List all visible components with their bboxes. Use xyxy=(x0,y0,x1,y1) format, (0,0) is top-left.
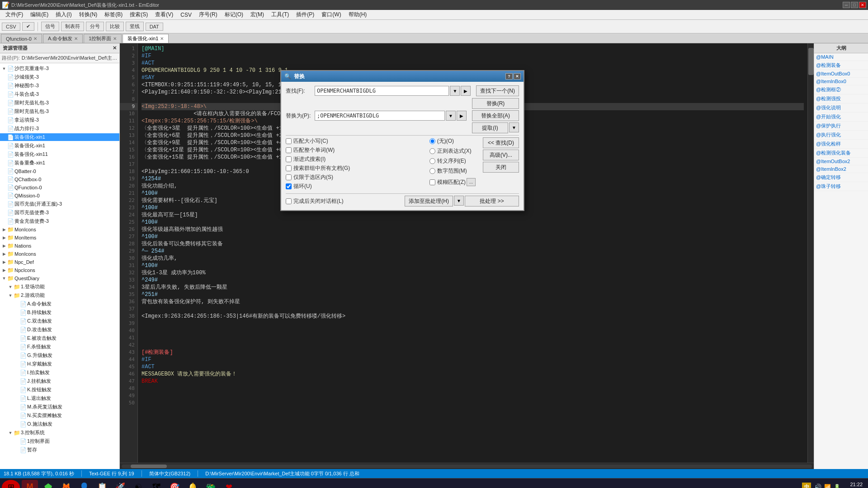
tree-expand-icon[interactable] xyxy=(14,301,20,307)
tab-qfunction-close[interactable]: ✕ xyxy=(33,36,37,41)
tab-acommand[interactable]: A.命令触发 ✕ xyxy=(43,34,83,43)
tree-expand-icon[interactable] xyxy=(1,134,7,141)
dialog-find-arrow2[interactable]: ▶ xyxy=(461,86,471,96)
taskbar-app-person[interactable]: 👤 xyxy=(76,480,92,488)
tree-item[interactable]: ▼📁3.控制系统 xyxy=(0,428,119,437)
tree-item[interactable]: 📄装备强化-xin1 xyxy=(0,141,119,150)
tree-expand-icon[interactable] xyxy=(14,352,20,359)
tree-item[interactable]: 📄M.杀死复活触发 xyxy=(0,403,119,411)
tree-expand-icon[interactable] xyxy=(14,378,20,385)
tree-item[interactable]: 📄G.升级触发 xyxy=(0,351,119,360)
tree-expand-icon[interactable] xyxy=(14,438,20,445)
tree-expand-icon[interactable] xyxy=(1,83,7,89)
right-sidebar-item[interactable]: @检测装备 xyxy=(814,61,868,70)
taskbar-network-icon[interactable]: 📶 xyxy=(824,484,831,488)
taskbar-app-target[interactable]: 🎯 xyxy=(166,480,183,488)
tree-item[interactable]: 📄H.穿戴触发 xyxy=(0,360,119,368)
toolbar-csv[interactable]: CSV xyxy=(2,23,20,31)
tree-expand-icon[interactable] xyxy=(1,168,7,174)
tree-expand-icon[interactable]: ▶ xyxy=(1,235,7,241)
taskbar-start-button[interactable]: ⊞ xyxy=(2,480,20,488)
right-sidebar-item[interactable]: @强化说明 xyxy=(814,103,868,113)
tree-expand-icon[interactable] xyxy=(1,74,7,80)
tree-item[interactable]: ▶📁Nations xyxy=(0,242,119,250)
tree-item[interactable]: 📄QFunction-0 xyxy=(0,183,119,192)
dialog-replace-all-button[interactable]: 替换全部(A) xyxy=(472,110,519,121)
checkbox-case-input[interactable] xyxy=(286,138,292,144)
tree-item[interactable]: 📄QBatter-0 xyxy=(0,167,119,175)
tree-expand-icon[interactable] xyxy=(14,447,20,453)
tree-expand-icon[interactable]: ▶ xyxy=(1,251,7,257)
hscroll-thumb[interactable] xyxy=(131,465,167,468)
tree-item[interactable]: ▶📁Npc_Def xyxy=(0,258,119,266)
tree-item[interactable]: 📄国币充值(开通王服)-3 xyxy=(0,200,119,208)
toolbar-vline[interactable]: 竖线 xyxy=(126,22,144,31)
dialog-replace-arrow[interactable]: ▼ xyxy=(446,111,456,121)
right-sidebar-item[interactable]: @ItemOutBox2 xyxy=(814,158,868,165)
menu-mark[interactable]: 标记(O) xyxy=(221,10,247,19)
tree-item[interactable]: 📄沙城领奖-3 xyxy=(0,73,119,81)
dialog-replace-arrow2[interactable]: ▶ xyxy=(457,111,467,121)
tree-expand-icon[interactable] xyxy=(1,218,7,225)
replace-dialog[interactable]: 🔍 替换 ? ✕ 查找(F): ▼ ▶ 查找下一个(N) xyxy=(280,70,524,211)
tree-item[interactable]: 📄QMission-0 xyxy=(0,192,119,200)
tree-expand-icon[interactable]: ▼ xyxy=(1,275,7,282)
taskbar-app-green[interactable]: ⬟ xyxy=(40,480,56,488)
tree-expand-icon[interactable] xyxy=(14,387,20,393)
tree-expand-icon[interactable] xyxy=(14,344,20,350)
tree-item[interactable]: 📄J.挂机触发 xyxy=(0,377,119,385)
tree-expand-icon[interactable]: ▶ xyxy=(1,259,7,265)
tree-expand-icon[interactable] xyxy=(14,404,20,410)
tree-item[interactable]: 📄1控制界面 xyxy=(0,437,119,446)
tree-expand-icon[interactable] xyxy=(1,91,7,98)
menu-window[interactable]: 窗口(W) xyxy=(318,10,344,19)
checkbox-group-input[interactable] xyxy=(286,165,292,171)
menu-tools[interactable]: 工具(T) xyxy=(268,10,292,19)
taskbar-app-bell[interactable]: 🔔 xyxy=(184,480,201,488)
tree-expand-icon[interactable] xyxy=(14,421,20,427)
tab-control-close[interactable]: ✕ xyxy=(113,36,117,41)
right-sidebar-item[interactable]: @MAIN xyxy=(814,53,868,61)
tree-expand-icon[interactable] xyxy=(1,126,7,132)
tree-item[interactable]: ▼📁1.登场功能 xyxy=(0,282,119,291)
dialog-help-button[interactable]: ? xyxy=(505,73,513,80)
tree-expand-icon[interactable] xyxy=(1,117,7,123)
right-sidebar-item[interactable]: @强化检样 xyxy=(814,140,868,149)
tree-item[interactable]: 📄限时充值礼包-3 xyxy=(0,99,119,107)
tree-item[interactable]: 📄D.攻击触发 xyxy=(0,325,119,334)
tree-expand-icon[interactable]: ▼ xyxy=(7,430,14,436)
tree-item[interactable]: ▶📁MonIcons xyxy=(0,225,119,234)
taskbar-app-yin[interactable]: ☯ xyxy=(130,480,146,488)
right-sidebar-item[interactable]: @珠子转移 xyxy=(814,182,868,191)
dialog-process-arrow[interactable]: ▼ xyxy=(454,196,464,206)
tree-item[interactable]: 📄黄金充值使费-3 xyxy=(0,217,119,225)
taskbar-volume-icon[interactable]: 🔊 xyxy=(814,483,821,488)
ime-chinese-icon[interactable]: 中 xyxy=(802,483,811,488)
taskbar-app-rocket[interactable]: 🚀 xyxy=(112,480,128,488)
tab-equipment[interactable]: 装备强化-xin1 ✕ xyxy=(123,34,169,43)
dialog-add-to-process-button[interactable]: 添加至批处理(H) xyxy=(405,196,453,206)
tree-item[interactable]: 📄战力排行-3 xyxy=(0,124,119,133)
dialog-advanced-button[interactable]: 高级(V)... xyxy=(483,150,519,160)
tree-item[interactable]: 📄F.杀怪触发 xyxy=(0,343,119,351)
tree-item[interactable]: 📄暂存 xyxy=(0,446,119,454)
right-sidebar-item[interactable]: @检测强投 xyxy=(814,94,868,103)
checkbox-loop-input[interactable] xyxy=(286,183,292,189)
right-sidebar-item[interactable]: @执行强化 xyxy=(814,131,868,140)
dialog-replace-button[interactable]: 替换(R) xyxy=(472,98,519,109)
tree-item[interactable]: 📄A.命令触发 xyxy=(0,300,119,308)
sidebar-tree[interactable]: ▼📄沙巴克重逢年-3 📄沙城领奖-3 📄神秘围巾-3 📄斗装合成-3 📄限时充值… xyxy=(0,63,119,469)
tree-item[interactable]: ▶📁MonItems xyxy=(0,234,119,242)
toolbar-semicolon[interactable]: 分号 xyxy=(86,22,104,31)
tree-expand-icon[interactable] xyxy=(14,327,20,333)
tree-expand-icon[interactable] xyxy=(1,100,7,106)
taskbar-app-heart[interactable]: ❤ xyxy=(221,480,237,488)
tree-item[interactable]: 📄国币充值使费-3 xyxy=(0,208,119,217)
menu-view[interactable]: 查看(V) xyxy=(151,10,177,19)
tree-expand-icon[interactable]: ▶ xyxy=(1,226,7,233)
tree-item[interactable]: 📄K.按钮触发 xyxy=(0,385,119,394)
toolbar-check[interactable]: ✔ xyxy=(22,22,34,31)
tree-expand-icon[interactable]: ▼ xyxy=(7,284,14,290)
fuzzy-arrow[interactable]: … xyxy=(467,178,476,186)
tree-expand-icon[interactable] xyxy=(1,192,7,199)
